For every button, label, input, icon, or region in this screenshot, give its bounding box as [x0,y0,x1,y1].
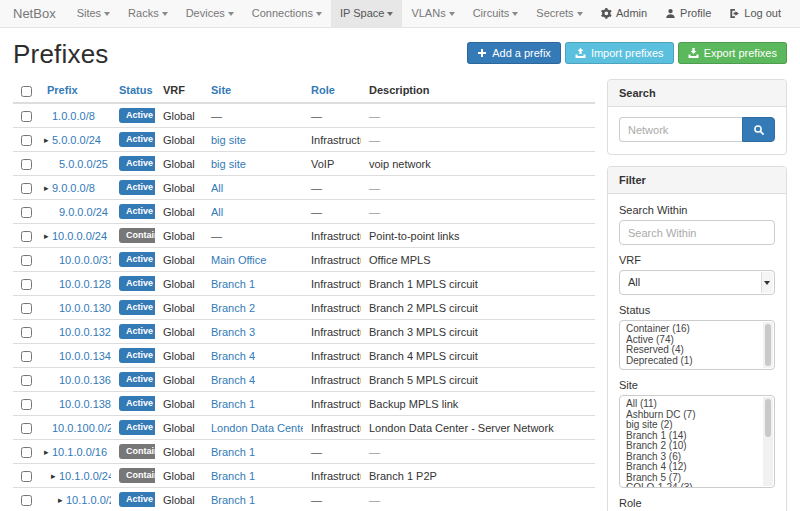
prefix-link[interactable]: 1.0.0.0/8 [52,110,95,122]
select-option[interactable]: Reserved (4) [626,345,758,356]
nav-item-connections[interactable]: Connections [243,0,331,27]
row-checkbox[interactable] [21,303,32,314]
search-within-input[interactable] [619,220,775,245]
row-checkbox[interactable] [21,231,32,242]
select-option[interactable]: Branch 3 (6) [626,452,758,463]
table-row: ▸5.0.0.0/24ActiveGlobalbig siteInfrastru… [13,128,595,152]
site-link[interactable]: Main Office [211,254,266,266]
site-link[interactable]: Branch 4 [211,374,255,386]
prefix-link[interactable]: 10.0.0.132/31 [59,326,111,338]
select-option[interactable]: Active (74) [626,335,758,346]
select-all-checkbox[interactable] [21,86,32,97]
row-checkbox[interactable] [21,183,32,194]
site-multiselect[interactable]: All (11)Ashburn DC (7)big site (2)Branch… [619,395,775,488]
prefix-link[interactable]: 5.0.0.0/25 [59,158,108,170]
sort-link-status[interactable]: Status [119,84,153,96]
select-option[interactable]: COLO-1-24 (3) [626,483,758,488]
site-link[interactable]: Branch 2 [211,302,255,314]
sort-link-role[interactable]: Role [311,84,335,96]
row-checkbox[interactable] [21,495,32,506]
select-dropdown-control[interactable] [761,272,773,293]
nav-item-sites[interactable]: Sites [68,0,119,27]
prefix-link[interactable]: 10.1.0.0/16 [52,446,107,458]
site-link[interactable]: Branch 1 [211,446,255,458]
caret-down-icon [104,12,110,16]
vrf-select[interactable]: All [619,270,775,295]
table-header-row: Prefix Status VRF Site Role Description [13,79,595,103]
nav-item-racks[interactable]: Racks [119,0,177,27]
row-checkbox[interactable] [21,447,32,458]
row-checkbox[interactable] [21,375,32,386]
export-prefixes-button[interactable]: Export prefixes [678,42,787,64]
row-checkbox[interactable] [21,399,32,410]
select-option[interactable]: All (11) [626,399,758,410]
prefix-link[interactable]: 10.0.0.136/31 [59,374,111,386]
status-badge: Active [119,252,155,267]
nav-item-circuits[interactable]: Circuits [464,0,528,27]
nav-item-vlans[interactable]: VLANs [402,0,463,27]
prefix-link[interactable]: 10.0.0.130/31 [59,302,111,314]
prefix-link[interactable]: 5.0.0.0/24 [52,134,101,146]
prefix-link[interactable]: 10.1.0.0/25 [66,494,111,506]
prefix-link[interactable]: 10.1.0.0/24 [59,470,111,482]
prefix-link[interactable]: 10.0.0.0/24 [52,230,107,242]
row-checkbox[interactable] [21,111,32,122]
brand-logo[interactable]: NetBox [13,0,56,27]
nav-item-devices[interactable]: Devices [177,0,243,27]
row-checkbox[interactable] [21,327,32,338]
prefix-link[interactable]: 10.0.100.0/24 [52,422,111,434]
scrollbar-thumb[interactable] [765,324,771,366]
site-link[interactable]: Branch 3 [211,326,255,338]
select-option[interactable]: Deprecated (1) [626,356,758,367]
row-checkbox[interactable] [21,159,32,170]
prefix-link[interactable]: 10.0.0.134/31 [59,350,111,362]
prefix-link[interactable]: 9.0.0.0/8 [52,182,95,194]
select-option[interactable]: Ashburn DC (7) [626,410,758,421]
sort-link-site[interactable]: Site [211,84,231,96]
scrollbar-thumb[interactable] [765,399,771,437]
select-option[interactable]: Branch 1 (14) [626,431,758,442]
nav-item-secrets[interactable]: Secrets [527,0,591,27]
site-link[interactable]: London Data Center [211,422,303,434]
site-link[interactable]: Branch 1 [211,398,255,410]
row-checkbox[interactable] [21,351,32,362]
site-cell: Branch 1 [203,440,303,464]
select-option[interactable]: Branch 2 (10) [626,441,758,452]
select-option[interactable]: Container (16) [626,324,758,335]
row-checkbox[interactable] [21,471,32,482]
status-multiselect[interactable]: Container (16)Active (74)Reserved (4)Dep… [619,320,775,370]
select-option[interactable]: big site (2) [626,420,758,431]
search-button[interactable] [742,117,775,142]
prefix-link[interactable]: 10.0.0.138/31 [59,398,111,410]
site-link[interactable]: Branch 1 [211,470,255,482]
site-link[interactable]: big site [211,134,246,146]
row-checkbox[interactable] [21,135,32,146]
site-link[interactable]: Branch 4 [211,350,255,362]
prefix-link[interactable]: 10.0.0.128/31 [59,278,111,290]
site-link[interactable]: All [211,206,223,218]
select-option[interactable]: Branch 4 (12) [626,462,758,473]
site-link[interactable]: Branch 1 [211,494,255,506]
add-prefix-button[interactable]: Add a prefix [467,42,561,64]
scrollbar[interactable] [763,397,773,486]
scrollbar[interactable] [763,322,773,368]
site-link[interactable]: big site [211,158,246,170]
sort-link-prefix[interactable]: Prefix [47,84,78,96]
site-link[interactable]: All [211,182,223,194]
nav-item-admin[interactable]: Admin [592,0,656,27]
import-prefixes-button[interactable]: Import prefixes [565,42,674,64]
search-input[interactable] [619,117,742,142]
site-link[interactable]: Branch 1 [211,278,255,290]
prefix-link[interactable]: 9.0.0.0/24 [59,206,108,218]
row-checkbox[interactable] [21,207,32,218]
row-checkbox[interactable] [21,423,32,434]
prefix-link[interactable]: 10.0.0.0/31 [59,254,111,266]
nav-item-logout[interactable]: Log out [720,0,790,27]
select-option[interactable]: Branch 5 (7) [626,473,758,484]
vrf-cell: Global [155,464,203,488]
nav-item-ip-space[interactable]: IP Space [331,0,402,27]
status-badge: Active [119,492,155,507]
nav-item-profile[interactable]: Profile [656,0,720,27]
row-checkbox[interactable] [21,255,32,266]
row-checkbox[interactable] [21,279,32,290]
